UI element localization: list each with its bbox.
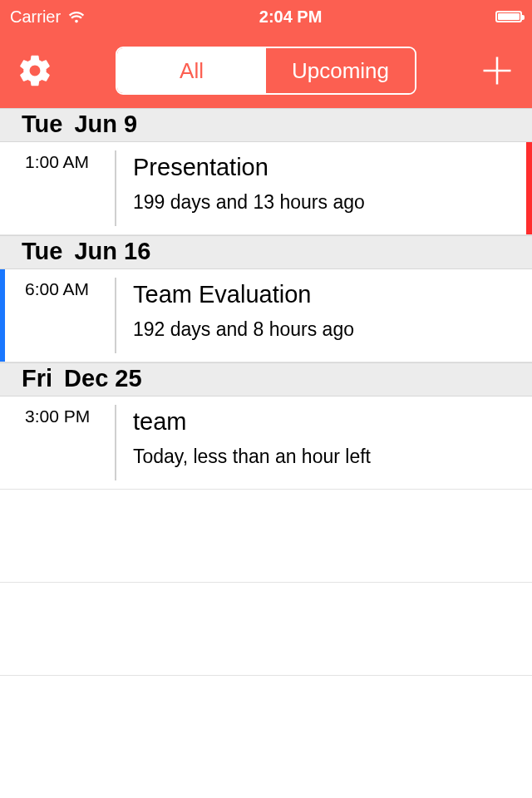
event-subtitle: 192 days and 8 hours ago bbox=[133, 318, 532, 341]
event-subtitle: Today, less than an hour left bbox=[133, 446, 532, 468]
event-title: Team Evaluation bbox=[133, 281, 532, 308]
gear-icon[interactable] bbox=[17, 52, 53, 89]
section-weekday: Fri bbox=[22, 365, 52, 392]
empty-row bbox=[0, 490, 532, 583]
event-time: 1:00 AM bbox=[0, 142, 115, 234]
section-header: TueJun 16 bbox=[0, 235, 532, 269]
section-date: Jun 9 bbox=[74, 111, 137, 137]
nav-bar: All Upcoming bbox=[0, 33, 532, 108]
section-header: FriDec 25 bbox=[0, 362, 532, 397]
tab-upcoming[interactable]: Upcoming bbox=[266, 48, 415, 93]
section-date: Jun 16 bbox=[74, 238, 150, 264]
status-time: 2:04 PM bbox=[259, 7, 323, 27]
event-row[interactable]: 1:00 AM Presentation 199 days and 13 hou… bbox=[0, 142, 532, 235]
section-weekday: Tue bbox=[22, 111, 62, 137]
event-title: Presentation bbox=[133, 154, 532, 181]
empty-row bbox=[0, 583, 532, 676]
wifi-icon bbox=[67, 7, 86, 26]
event-time: 6:00 AM bbox=[0, 269, 115, 362]
event-row[interactable]: 3:00 PM team Today, less than an hour le… bbox=[0, 397, 532, 490]
overdue-stripe bbox=[526, 142, 532, 234]
tab-all[interactable]: All bbox=[117, 48, 266, 93]
plus-icon[interactable] bbox=[479, 52, 515, 89]
event-row[interactable]: 6:00 AM Team Evaluation 192 days and 8 h… bbox=[0, 269, 532, 362]
category-stripe bbox=[0, 269, 5, 362]
section-header: TueJun 9 bbox=[0, 108, 532, 142]
event-title: team bbox=[133, 408, 532, 436]
carrier-label: Carrier bbox=[10, 7, 61, 27]
event-subtitle: 199 days and 13 hours ago bbox=[133, 191, 532, 214]
event-list[interactable]: TueJun 9 1:00 AM Presentation 199 days a… bbox=[0, 108, 532, 676]
view-filter-segmented[interactable]: All Upcoming bbox=[116, 47, 416, 95]
battery-icon bbox=[495, 11, 522, 22]
event-time: 3:00 PM bbox=[0, 397, 115, 489]
section-weekday: Tue bbox=[22, 238, 62, 264]
section-date: Dec 25 bbox=[64, 365, 142, 392]
status-bar: Carrier 2:04 PM bbox=[0, 0, 532, 33]
